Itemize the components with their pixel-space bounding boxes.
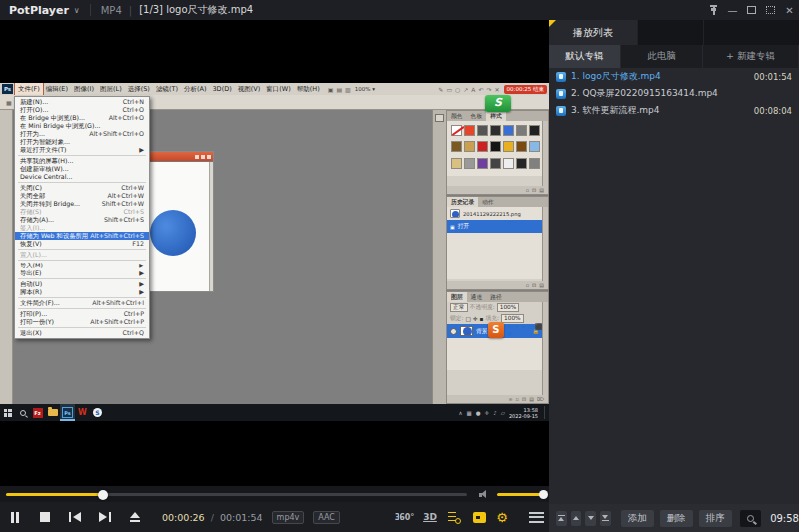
file-menu-item-16[interactable]: 存储为 Web 和设备所用格式(D)...Alt+Shift+Ctrl+S bbox=[15, 232, 149, 240]
style-swatch-17[interactable] bbox=[490, 158, 501, 169]
ps-menu-2[interactable]: 图像(I) bbox=[71, 83, 97, 95]
file-menu-item-17[interactable]: 恢复(V)F12 bbox=[15, 240, 149, 248]
style-swatch-none[interactable] bbox=[451, 125, 462, 136]
tab-default-album[interactable]: 默认专辑 bbox=[549, 45, 621, 68]
move-down-button[interactable] bbox=[585, 511, 596, 526]
move-top-button[interactable] bbox=[556, 511, 567, 526]
panel-tab-历史记录[interactable]: 历史记录 bbox=[447, 197, 478, 207]
file-menu-item-4[interactable]: 打开为...Alt+Shift+Ctrl+O bbox=[15, 130, 149, 138]
style-swatch-2[interactable] bbox=[477, 125, 488, 136]
stop-button[interactable] bbox=[30, 502, 60, 532]
file-menu-item-5[interactable]: 打开为智能对象... bbox=[15, 138, 149, 146]
tab-new-album[interactable]: + 新建专辑 bbox=[703, 45, 799, 68]
speaker-icon[interactable] bbox=[479, 490, 489, 499]
panel-tab-图层[interactable]: 图层 bbox=[447, 292, 467, 302]
seek-bar[interactable] bbox=[6, 493, 467, 496]
tab-this-pc[interactable]: 此电脑 bbox=[621, 45, 703, 68]
next-button[interactable] bbox=[90, 502, 120, 532]
style-swatch-10[interactable] bbox=[490, 141, 501, 152]
add-button[interactable]: 添加 bbox=[621, 510, 654, 527]
file-menu-item-26[interactable]: 退出(X)Ctrl+Q bbox=[15, 329, 149, 337]
file-menu-item-8[interactable]: 创建新审核(W)... bbox=[15, 165, 149, 173]
vr-360-button[interactable]: 360° bbox=[390, 502, 419, 532]
minimize-button[interactable]: — bbox=[723, 0, 742, 20]
playlist-item-1[interactable]: 1. logo尺寸修改.mp400:01:54 bbox=[549, 68, 799, 85]
delete-button[interactable]: 删除 bbox=[660, 510, 693, 527]
close-button[interactable]: ✕ bbox=[780, 0, 799, 20]
subtitle-button[interactable] bbox=[468, 502, 490, 532]
pause-button[interactable] bbox=[0, 502, 30, 532]
file-menu-item-14[interactable]: 存储为(A)...Shift+Ctrl+S bbox=[15, 216, 149, 224]
panel-tab-色板[interactable]: 色板 bbox=[467, 111, 487, 121]
style-swatch-1[interactable] bbox=[464, 125, 475, 136]
panel-tab-样式[interactable]: 样式 bbox=[486, 111, 506, 121]
move-bottom-button[interactable] bbox=[600, 511, 611, 526]
file-menu-item-0[interactable]: 新建(N)...Ctrl+N bbox=[15, 98, 149, 106]
seek-handle[interactable] bbox=[98, 490, 108, 500]
file-menu-item-13[interactable]: 存储(S)Ctrl+S bbox=[15, 208, 149, 216]
ps-menu-5[interactable]: 滤镜(T) bbox=[153, 83, 181, 95]
maximize-button[interactable] bbox=[742, 0, 761, 20]
file-menu-item-25[interactable]: 打印一份(Y)Alt+Shift+Ctrl+P bbox=[15, 318, 149, 326]
hamburger-menu-icon[interactable] bbox=[523, 502, 549, 532]
file-menu-item-18[interactable]: 置入(L)... bbox=[15, 251, 149, 259]
style-swatch-4[interactable] bbox=[503, 125, 514, 136]
playlist-item-3[interactable]: 3. 软件更新流程.mp400:08:04 bbox=[549, 102, 799, 119]
ps-menu-7[interactable]: 3D(D) bbox=[209, 83, 234, 95]
file-menu-item-19[interactable]: 导入(M)▶ bbox=[15, 262, 149, 269]
file-menu-item-2[interactable]: 在 Bridge 中浏览(B)...Alt+Ctrl+O bbox=[15, 114, 149, 122]
chevron-down-icon[interactable]: ∨ bbox=[74, 6, 80, 15]
volume-handle[interactable] bbox=[539, 490, 548, 499]
ps-menu-8[interactable]: 视图(V) bbox=[235, 83, 264, 95]
file-menu-item-11[interactable]: 关闭全部Alt+Ctrl+W bbox=[15, 192, 149, 200]
file-menu-item-21[interactable]: 自动(U)▶ bbox=[15, 280, 149, 288]
file-menu-item-24[interactable]: 打印(P)...Ctrl+P bbox=[15, 310, 149, 318]
panel-tab-路径[interactable]: 路径 bbox=[486, 292, 506, 302]
panel-tab-通道[interactable]: 通道 bbox=[467, 292, 487, 302]
volume-bar[interactable] bbox=[497, 493, 545, 496]
style-swatch-20[interactable] bbox=[529, 158, 540, 169]
file-menu-item-23[interactable]: 文件简介(F)...Alt+Shift+Ctrl+I bbox=[15, 299, 149, 307]
style-swatch-6[interactable] bbox=[529, 125, 540, 136]
settings-gear-icon[interactable]: ⚙ bbox=[491, 502, 513, 532]
view-3d-button[interactable]: 3D bbox=[419, 502, 441, 532]
open-file-button[interactable] bbox=[120, 502, 150, 532]
ps-menu-3[interactable]: 图层(L) bbox=[97, 83, 125, 95]
ps-menu-6[interactable]: 分析(A) bbox=[181, 83, 210, 95]
panel-tab-颜色[interactable]: 颜色 bbox=[447, 111, 467, 121]
file-menu-item-1[interactable]: 打开(O)...Ctrl+O bbox=[15, 106, 149, 114]
file-menu-item-15[interactable]: 签入(I)... bbox=[15, 224, 149, 232]
style-swatch-14[interactable] bbox=[451, 158, 462, 169]
previous-button[interactable] bbox=[60, 502, 90, 532]
ps-menu-1[interactable]: 编辑(E) bbox=[43, 83, 71, 95]
panel-tab-动作[interactable]: 动作 bbox=[478, 197, 498, 207]
file-menu-item-3[interactable]: 在 Mini Bridge 中浏览(G)... bbox=[15, 122, 149, 130]
style-swatch-7[interactable] bbox=[451, 141, 462, 152]
style-swatch-18[interactable] bbox=[503, 158, 514, 169]
playlist-search-box[interactable] bbox=[740, 510, 761, 527]
move-up-button[interactable] bbox=[571, 511, 582, 526]
file-menu-item-22[interactable]: 脚本(R)▶ bbox=[15, 288, 149, 296]
pin-icon[interactable] bbox=[704, 0, 723, 20]
fullscreen-button[interactable] bbox=[761, 0, 780, 20]
ps-menu-10[interactable]: 帮助(H) bbox=[294, 83, 323, 95]
file-menu-item-9[interactable]: Device Central... bbox=[15, 173, 149, 181]
style-swatch-8[interactable] bbox=[464, 141, 475, 152]
style-swatch-9[interactable] bbox=[477, 141, 488, 152]
style-swatch-12[interactable] bbox=[516, 141, 527, 152]
style-swatch-3[interactable] bbox=[490, 125, 501, 136]
ps-menu-9[interactable]: 窗口(W) bbox=[263, 83, 294, 95]
file-menu-item-7[interactable]: 共享我的屏幕(H)... bbox=[15, 157, 149, 165]
file-menu-item-12[interactable]: 关闭并转到 Bridge...Shift+Ctrl+W bbox=[15, 200, 149, 208]
video-display[interactable]: Ps 文件(F)编辑(E)图像(I)图层(L)选择(S)滤镜(T)分析(A)3D… bbox=[0, 20, 549, 486]
file-menu-item-6[interactable]: 最近打开文件(T)▶ bbox=[15, 146, 149, 154]
style-swatch-5[interactable] bbox=[516, 125, 527, 136]
style-swatch-11[interactable] bbox=[503, 141, 514, 152]
playlist-item-2[interactable]: 2. QQ录屏20220915163414.mp4 bbox=[549, 85, 799, 102]
file-menu-item-10[interactable]: 关闭(C)Ctrl+W bbox=[15, 184, 149, 192]
file-menu-item-20[interactable]: 导出(E)▶ bbox=[15, 269, 149, 277]
style-swatch-16[interactable] bbox=[477, 158, 488, 169]
ps-menu-0[interactable]: 文件(F) bbox=[15, 83, 43, 95]
style-swatch-13[interactable] bbox=[529, 141, 540, 152]
sort-button[interactable]: 排序 bbox=[699, 510, 732, 527]
